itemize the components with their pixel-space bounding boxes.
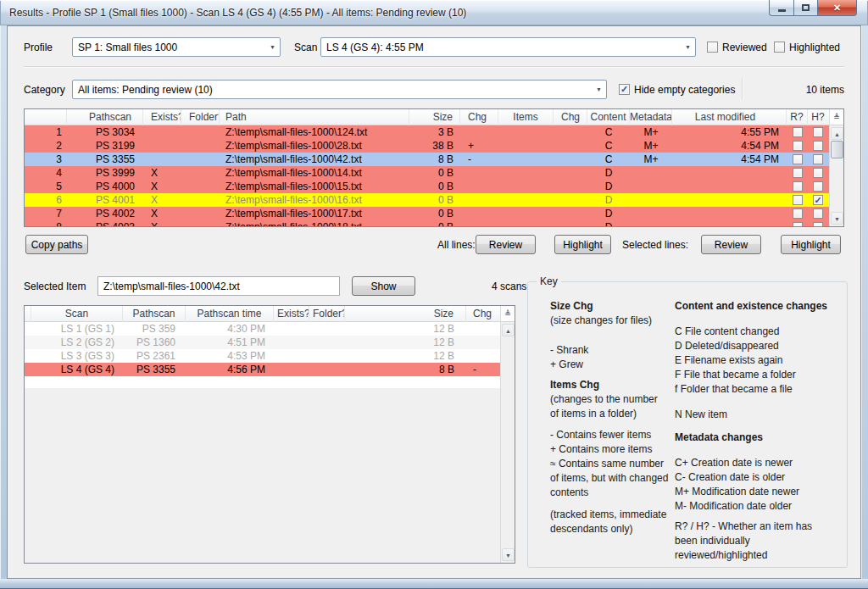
chevron-up-icon: ▲	[505, 328, 511, 334]
cell-pathscan: PS 4003	[67, 220, 143, 226]
table-row[interactable]: 2PS 3199Z:\temp\small-files-1000\28.txt3…	[25, 139, 843, 153]
cell-size: 8 B	[345, 363, 466, 376]
cell-chg	[466, 336, 500, 349]
cell-size_chg	[460, 220, 498, 226]
window-border-bottom	[0, 579, 868, 589]
scroll-top-icon: ≜	[830, 109, 843, 125]
cell-folder	[309, 363, 345, 376]
column-header-h[interactable]: H?	[808, 109, 828, 125]
table-row[interactable]: 7PS 4002XZ:\temp\small-files-1000\17.txt…	[25, 207, 843, 220]
scroll-up-button[interactable]: ▲	[502, 324, 515, 336]
column-header-folder[interactable]: Folder?	[181, 109, 220, 125]
column-header-pathscan[interactable]: Pathscan	[123, 306, 186, 322]
row-highlighted-checkbox[interactable]	[813, 141, 823, 151]
row-highlighted-checkbox[interactable]	[813, 168, 823, 178]
cell-r	[787, 139, 808, 153]
maximize-button[interactable]	[794, 0, 818, 16]
row-highlighted-checkbox[interactable]	[813, 181, 823, 192]
row-highlighted-checkbox[interactable]	[813, 195, 823, 205]
cell-size_chg	[460, 166, 498, 180]
cell-items_chg	[554, 153, 587, 166]
column-header-size[interactable]: Size	[409, 109, 460, 125]
hide-empty-categories-checkbox[interactable]	[619, 84, 630, 95]
review-all-button[interactable]: Review	[476, 235, 536, 254]
cell-path: Z:\temp\small-files-1000\28.txt	[220, 139, 409, 153]
cell-h	[808, 207, 828, 220]
cell-blank	[25, 349, 31, 363]
results-scrollbar[interactable]: ≜ ▲ ▼	[829, 109, 843, 226]
scroll-thumb[interactable]	[831, 141, 843, 158]
scans-header-row: ScanPathscanPathscan timeExists?Folder?S…	[25, 306, 515, 322]
scan-select[interactable]: LS 4 (GS 4): 4:55 PM ▼	[320, 37, 696, 57]
client-area: Profile SP 1: Small files 1000 ▼ Scan LS…	[7, 25, 861, 579]
column-header-time[interactable]: Pathscan time	[186, 306, 274, 322]
key-line: C+ Creation date is newer	[675, 456, 844, 470]
scans-scrollbar[interactable]: ≜ ▲ ▼	[500, 306, 515, 563]
column-header-pathscan[interactable]: Pathscan	[67, 109, 143, 125]
cell-time: 4:30 PM	[186, 322, 274, 336]
app-window: Results - Profile SP 1 (Small files 1000…	[0, 0, 868, 589]
column-header-last_modified[interactable]: Last modified	[672, 109, 787, 125]
review-selected-button[interactable]: Review	[701, 235, 761, 254]
highlight-selected-button[interactable]: Highlight	[781, 235, 841, 254]
table-row[interactable]: 5PS 4000XZ:\temp\small-files-1000\15.txt…	[25, 180, 843, 193]
column-header-r[interactable]: R?	[787, 109, 808, 125]
cell-r	[787, 153, 808, 166]
row-reviewed-checkbox[interactable]	[793, 168, 803, 178]
row-highlighted-checkbox[interactable]	[813, 154, 823, 164]
column-header-metadata[interactable]: Metadata	[630, 109, 672, 125]
table-row[interactable]: 4PS 3999XZ:\temp\small-files-1000\14.txt…	[25, 166, 843, 180]
cell-metadata	[630, 220, 672, 226]
category-select[interactable]: All items: Pending review (10) ▼	[72, 80, 607, 99]
cell-content: C	[587, 139, 630, 153]
row-reviewed-checkbox[interactable]	[793, 208, 803, 219]
show-button[interactable]: Show	[352, 276, 415, 296]
row-reviewed-checkbox[interactable]	[793, 154, 803, 164]
column-header-path[interactable]: Path	[220, 109, 409, 125]
row-reviewed-checkbox[interactable]	[793, 222, 803, 226]
row-highlighted-checkbox[interactable]	[813, 222, 823, 226]
column-header-size_chg[interactable]: Chg	[460, 109, 498, 125]
table-row[interactable]: LS 2 (GS 2)PS 13604:51 PM12 B	[25, 336, 515, 349]
cell-size_chg	[460, 125, 498, 139]
column-header-chg[interactable]: Chg	[466, 306, 500, 322]
row-reviewed-checkbox[interactable]	[793, 195, 803, 205]
close-button[interactable]: ✕	[818, 0, 857, 16]
column-header-scan[interactable]: Scan	[31, 306, 123, 322]
row-reviewed-checkbox[interactable]	[793, 127, 803, 137]
copy-paths-button[interactable]: Copy paths	[25, 235, 88, 254]
scroll-up-button[interactable]: ▲	[831, 127, 843, 140]
row-highlighted-checkbox[interactable]	[813, 127, 823, 137]
row-reviewed-checkbox[interactable]	[793, 181, 803, 192]
row-highlighted-checkbox[interactable]	[813, 208, 823, 219]
table-row[interactable]: LS 4 (GS 4)PS 33554:56 PM8 B-	[25, 363, 515, 376]
scroll-down-button[interactable]: ▼	[831, 212, 843, 225]
column-header-items_chg[interactable]: Chg	[554, 109, 587, 125]
column-header-size[interactable]: Size	[345, 306, 466, 322]
profile-select[interactable]: SP 1: Small files 1000 ▼	[72, 37, 281, 57]
column-header-folder[interactable]: Folder?	[309, 306, 345, 322]
empty-row-area	[25, 376, 515, 388]
highlight-all-button[interactable]: Highlight	[554, 235, 611, 254]
selected-item-input[interactable]: Z:\temp\small-files-1000\42.txt	[97, 276, 340, 296]
scroll-down-button[interactable]: ▼	[502, 548, 515, 561]
table-row[interactable]: 3PS 3355Z:\temp\small-files-1000\42.txt8…	[25, 153, 843, 166]
column-header-exists[interactable]: Exists?	[274, 306, 309, 322]
row-reviewed-checkbox[interactable]	[793, 141, 803, 151]
column-header-items[interactable]: Items	[498, 109, 554, 125]
highlighted-filter-checkbox[interactable]	[774, 42, 785, 53]
reviewed-filter-checkbox[interactable]	[707, 42, 718, 53]
table-row[interactable]: LS 3 (GS 3)PS 23614:53 PM12 B	[25, 349, 515, 363]
column-header-exists[interactable]: Exists?	[143, 109, 181, 125]
column-header-blank[interactable]	[25, 306, 31, 322]
cell-folder	[181, 193, 220, 207]
table-row[interactable]: LS 1 (GS 1)PS 3594:30 PM12 B	[25, 322, 515, 336]
minimize-button[interactable]	[769, 0, 794, 16]
table-row[interactable]: 6PS 4001XZ:\temp\small-files-1000\16.txt…	[25, 193, 843, 207]
column-header-content[interactable]: Content	[587, 109, 630, 125]
key-line: R? / H? - Whether an item has	[675, 520, 844, 534]
table-row[interactable]: 1PS 3034Z:\temp\small-files-1000\124.txt…	[25, 125, 843, 139]
table-row[interactable]: 8PS 4003XZ:\temp\small-files-1000\18.txt…	[25, 220, 843, 226]
column-header-num[interactable]	[25, 109, 67, 125]
title-bar[interactable]: Results - Profile SP 1 (Small files 1000…	[0, 0, 868, 25]
